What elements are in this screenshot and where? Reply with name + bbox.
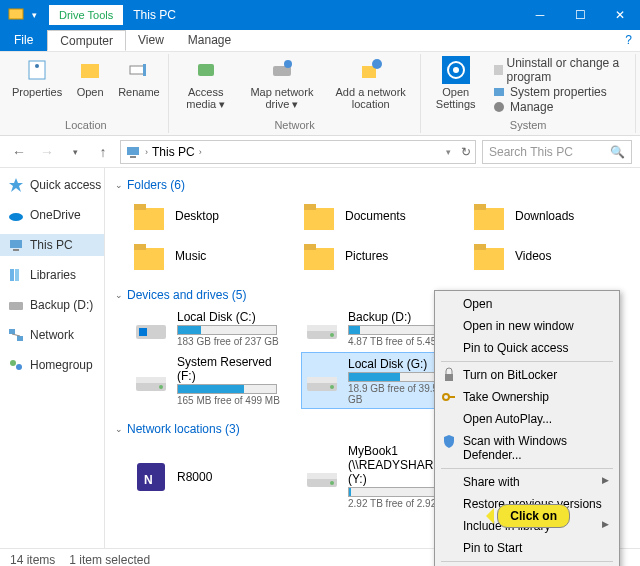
context-item[interactable]: Turn on BitLocker <box>437 364 617 386</box>
context-item[interactable]: Scan with Windows Defender... <box>437 430 617 466</box>
svg-point-53 <box>159 385 163 389</box>
forward-button[interactable]: → <box>36 141 58 163</box>
context-item-label: Open in new window <box>463 319 574 333</box>
drive-label: R8000 <box>177 470 212 484</box>
sidebar-item-backup[interactable]: Backup (D:) <box>0 294 104 316</box>
breadcrumb-path: This PC <box>152 145 195 159</box>
rename-button[interactable]: Rename <box>114 54 164 100</box>
sidebar-item-libraries[interactable]: Libraries <box>0 264 104 286</box>
svg-rect-15 <box>494 88 504 96</box>
folders-section-header[interactable]: ⌄Folders (6) <box>115 174 630 196</box>
open-settings-button[interactable]: Open Settings <box>425 54 486 116</box>
folder-item[interactable]: Desktop <box>131 198 281 234</box>
svg-rect-62 <box>445 374 453 381</box>
map-drive-button[interactable]: Map network drive ▾ <box>241 54 323 112</box>
context-item-label: Open AutoPlay... <box>463 412 552 426</box>
svg-point-8 <box>284 60 292 68</box>
svg-rect-25 <box>9 302 23 310</box>
dropdown-icon[interactable]: ▾ <box>32 10 37 20</box>
drive-label: System Reserved (F:) <box>177 355 284 383</box>
network-group-label: Network <box>274 119 314 133</box>
folder-icon <box>301 238 337 274</box>
manage-tab[interactable]: Manage <box>176 30 243 51</box>
svg-rect-44 <box>139 328 147 336</box>
svg-line-28 <box>12 334 20 336</box>
sidebar-item-network[interactable]: Network <box>0 324 104 346</box>
svg-rect-46 <box>307 325 337 331</box>
svg-rect-22 <box>13 249 19 251</box>
properties-button[interactable]: Properties <box>8 54 66 100</box>
sidebar-item-quick-access[interactable]: Quick access <box>0 174 104 196</box>
capacity-bar <box>348 325 448 335</box>
system-properties-button[interactable]: System properties <box>492 85 627 99</box>
folder-label: Downloads <box>515 209 574 223</box>
capacity-bar <box>177 384 277 394</box>
svg-rect-31 <box>134 208 164 230</box>
svg-point-20 <box>9 213 23 221</box>
context-item[interactable]: Open AutoPlay... <box>437 408 617 430</box>
sidebar-item-this-pc[interactable]: This PC <box>0 234 104 256</box>
context-item[interactable]: Share with▶ <box>437 471 617 493</box>
search-input[interactable]: Search This PC 🔍 <box>482 140 632 164</box>
context-item[interactable]: Open in new window <box>437 315 617 337</box>
drive-item[interactable]: Local Disk (C:)183 GB free of 237 GB <box>131 308 286 349</box>
context-item-label: Open <box>463 297 492 311</box>
recent-dropdown[interactable]: ▾ <box>64 141 86 163</box>
search-icon: 🔍 <box>610 145 625 159</box>
open-button[interactable]: Open <box>68 54 112 100</box>
maximize-button[interactable]: ☐ <box>560 0 600 30</box>
uninstall-button[interactable]: Uninstall or change a program <box>492 56 627 84</box>
manage-button[interactable]: Manage <box>492 100 627 114</box>
menubar: File Computer View Manage ? <box>0 30 640 52</box>
folder-icon <box>471 198 507 234</box>
svg-rect-37 <box>134 248 164 270</box>
context-item[interactable]: Pin to Quick access <box>437 337 617 359</box>
folder-item[interactable]: Music <box>131 238 281 274</box>
window-title: This PC <box>133 8 176 22</box>
svg-rect-60 <box>307 473 337 479</box>
drive-label: Local Disk (C:) <box>177 310 279 324</box>
annotation-callout: Click on <box>497 504 570 528</box>
folder-icon <box>131 198 167 234</box>
context-item[interactable]: Pin to Start <box>437 537 617 559</box>
svg-rect-21 <box>10 240 22 248</box>
svg-point-2 <box>35 64 39 68</box>
minimize-button[interactable]: ─ <box>520 0 560 30</box>
breadcrumb[interactable]: › This PC › ▾ ↻ <box>120 140 476 164</box>
folder-item[interactable]: Documents <box>301 198 451 234</box>
folder-label: Desktop <box>175 209 219 223</box>
drive-free-text: 183 GB free of 237 GB <box>177 336 279 347</box>
folder-label: Music <box>175 249 206 263</box>
drive-item[interactable]: NR8000 <box>131 442 286 511</box>
folder-item[interactable]: Downloads <box>471 198 621 234</box>
back-button[interactable]: ← <box>8 141 30 163</box>
up-button[interactable]: ↑ <box>92 141 114 163</box>
drive-tools-tab[interactable]: Drive Tools <box>49 5 123 25</box>
sidebar-item-homegroup[interactable]: Homegroup <box>0 354 104 376</box>
help-icon[interactable]: ? <box>617 30 640 51</box>
thispc-icon <box>125 144 141 160</box>
svg-rect-41 <box>474 248 504 270</box>
context-item[interactable]: Take Ownership <box>437 386 617 408</box>
refresh-icon[interactable]: ↻ <box>461 145 471 159</box>
sidebar-item-onedrive[interactable]: OneDrive <box>0 204 104 226</box>
folder-item[interactable]: Videos <box>471 238 621 274</box>
drive-icon <box>304 311 340 347</box>
explorer-icon <box>8 6 24 25</box>
titlebar: ▾ Drive Tools This PC ─ ☐ ✕ <box>0 0 640 30</box>
view-tab[interactable]: View <box>126 30 176 51</box>
file-menu[interactable]: File <box>0 30 47 51</box>
drive-icon <box>304 363 340 399</box>
folder-item[interactable]: Pictures <box>301 238 451 274</box>
sidebar: Quick access OneDrive This PC Libraries … <box>0 168 105 548</box>
access-media-button[interactable]: Access media ▾ <box>173 54 239 112</box>
add-network-location-button[interactable]: Add a network location <box>325 54 416 112</box>
context-item[interactable]: Open <box>437 293 617 315</box>
drive-item[interactable]: System Reserved (F:)165 MB free of 499 M… <box>131 353 286 408</box>
svg-rect-4 <box>130 66 144 74</box>
context-separator <box>441 561 613 562</box>
close-button[interactable]: ✕ <box>600 0 640 30</box>
svg-point-29 <box>10 360 16 366</box>
computer-tab[interactable]: Computer <box>47 30 126 51</box>
drive-icon <box>133 311 169 347</box>
